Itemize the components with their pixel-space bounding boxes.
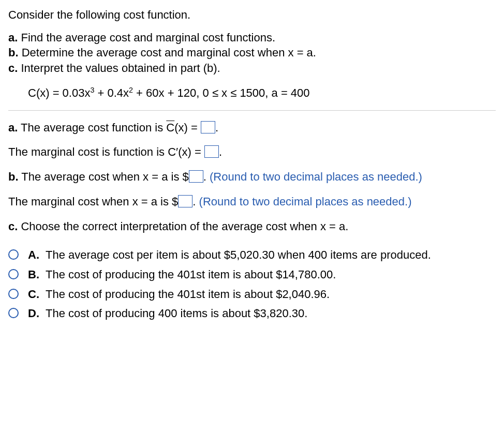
avg-cost-input[interactable] [201,121,215,133]
part-c-text: Interpret the values obtained in part (b… [21,62,220,74]
qa-label-a: a. [8,121,18,134]
question-c: c. Choose the correct interpretation of … [8,219,496,234]
qa-label-b: b. [8,170,19,183]
option-d-text: The cost of producing 400 items is about… [46,306,496,321]
option-c-row[interactable]: C. The cost of producing the 401st item … [8,287,496,302]
option-a-row[interactable]: A. The average cost per item is about $5… [8,247,496,263]
marg-at-a-pre: The marginal cost when x = a is $ [8,195,178,208]
part-a-text: Find the average cost and marginal cost … [21,31,275,44]
round-hint-2: (Round to two decimal places as needed.) [199,195,412,208]
option-a-text: The average cost per item is about $5,02… [46,247,496,263]
avg-cost-post: (x) = [174,121,201,134]
divider [8,110,496,111]
avg-at-a-pre: The average cost when x = a is $ [21,170,188,183]
option-b-text: The cost of producing the 401st item is … [46,267,496,282]
radio-icon[interactable] [8,269,19,279]
parts-list: a. Find the average cost and marginal co… [8,30,496,76]
radio-icon[interactable] [8,308,19,318]
marg-at-a-input[interactable] [178,195,192,207]
avg-at-a-input[interactable] [189,170,203,183]
part-c-label: c. [8,62,18,74]
option-b-label: B. [28,267,46,282]
period: . [192,195,196,208]
part-b-label: b. [8,46,19,59]
option-b-row[interactable]: B. The cost of producing the 401st item … [8,267,496,282]
period: . [215,121,218,134]
avg-cost-cbar: C [166,121,174,134]
marg-cost-input[interactable] [204,145,219,158]
cost-function-equation: C(x) = 0.03x3 + 0.4x2 + 60x + 120, 0 ≤ x… [28,85,496,101]
options-group: A. The average cost per item is about $5… [8,247,496,321]
intro-text: Consider the following cost function. [8,7,496,23]
radio-icon[interactable] [8,249,19,260]
avg-cost-pre: The average cost function is [21,121,166,134]
question-b-avg: b. The average cost when x = a is $. (Ro… [8,169,496,185]
part-b-text: Determine the average cost and marginal … [22,46,316,59]
question-a-marg: The marginal cost is function is C′(x) =… [8,144,496,160]
option-c-text: The cost of producing the 401st item is … [46,287,496,302]
option-c-label: C. [28,287,46,302]
option-a-label: A. [28,247,46,263]
part-a-label: a. [8,31,18,44]
round-hint-1: (Round to two decimal places as needed.) [210,170,422,183]
period: . [203,170,206,183]
period: . [219,145,222,158]
option-d-row[interactable]: D. The cost of producing 400 items is ab… [8,306,496,321]
interpret-text: Choose the correct interpretation of the… [21,220,348,233]
option-d-label: D. [28,306,46,321]
marg-cost-pre: The marginal cost is function is C′(x) = [8,145,204,158]
question-b-marg: The marginal cost when x = a is $. (Roun… [8,194,496,210]
question-a-avg: a. The average cost function is C(x) = . [8,120,496,136]
qa-label-c: c. [8,220,18,233]
radio-icon[interactable] [8,289,19,299]
